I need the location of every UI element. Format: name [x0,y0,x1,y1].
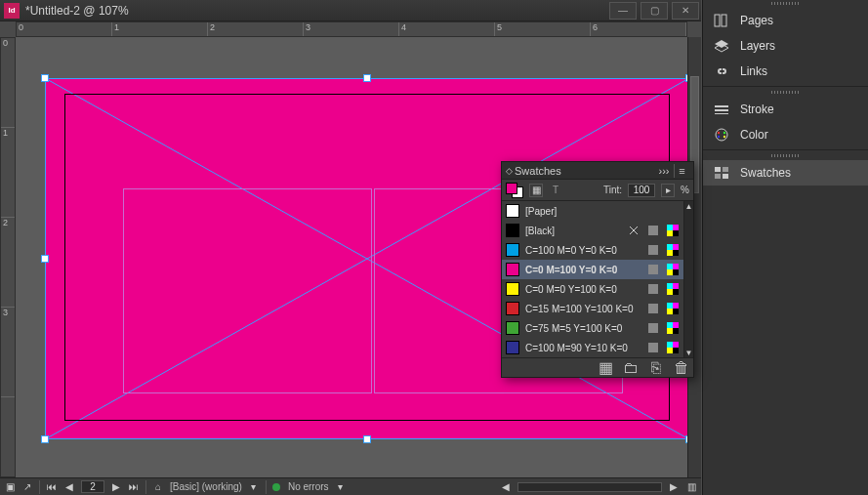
new-folder-icon[interactable]: 🗀 [623,361,639,375]
vertical-ruler[interactable]: 0123 [0,37,16,477]
preset-dropdown[interactable]: ▾ [248,481,260,493]
sel-handle-ml[interactable] [41,255,49,263]
view-split-icon[interactable]: ▥ [685,481,697,493]
svg-rect-3 [722,15,726,26]
panel-menu-icon[interactable]: ≡ [674,164,689,178]
svg-rect-21 [667,225,673,230]
panel-expand-icon[interactable]: ››› [656,164,672,178]
swatches-panel-title: Swatches [515,165,561,177]
svg-rect-22 [673,225,679,230]
swatch-label: C=0 M=100 Y=0 K=0 [525,265,641,275]
svg-rect-33 [667,269,673,275]
lock-icon [627,224,641,237]
delete-swatch-icon[interactable]: 🗑 [674,361,689,375]
color-mode-icon [646,321,660,335]
new-swatch-icon[interactable]: ⎘ [648,361,664,375]
preset-icon[interactable]: ⌂ [152,481,164,493]
svg-rect-2 [715,15,720,26]
swatch-label: [Paper] [525,206,680,217]
swatch-list[interactable]: [Paper][Black]C=100 M=0 Y=0 K=0C=0 M=100… [502,201,683,357]
svg-rect-52 [673,342,679,348]
swatch-row[interactable]: C=0 M=100 Y=0 K=0 [502,260,683,279]
titlebar[interactable]: Id *Untitled-2 @ 107% — ▢ ✕ [0,0,701,21]
hscroll-left[interactable]: ◀ [500,481,512,493]
swatch-scrollbar[interactable]: ▲ ▼ [683,201,693,357]
panel-grip[interactable] [703,0,868,8]
cmyk-icon [666,263,680,276]
last-page-button[interactable]: ⏭ [128,481,140,493]
swatch-row[interactable]: C=75 M=5 Y=100 K=0 [502,318,683,338]
tint-slider-button[interactable]: ▸ [661,184,675,197]
color-icon [713,128,730,142]
sel-handle-tl[interactable] [41,74,49,82]
svg-rect-44 [673,309,679,314]
close-button[interactable]: ✕ [672,2,699,20]
swatch-chip [506,341,519,354]
svg-rect-20 [648,226,658,235]
scroll-down-icon[interactable]: ▼ [684,348,693,357]
maximize-button[interactable]: ▢ [641,2,668,20]
panel-item-swatches[interactable]: Swatches [703,160,868,186]
swatch-label: [Black] [525,226,621,236]
minimize-button[interactable]: — [609,2,637,20]
show-options-icon[interactable]: ▦ [598,361,613,375]
fill-stroke-proxy[interactable] [506,183,523,198]
swatch-row[interactable]: [Black] [502,221,683,240]
svg-rect-36 [667,283,673,289]
swatch-row[interactable]: C=15 M=100 Y=100 K=0 [502,299,683,318]
errors-label[interactable]: No errors [288,481,329,492]
svg-point-10 [718,132,720,134]
svg-rect-17 [723,174,728,179]
color-mode-icon [646,243,660,257]
next-page-button[interactable]: ▶ [110,481,122,493]
panel-grip[interactable] [703,152,868,160]
first-page-button[interactable]: ⏮ [46,481,58,493]
tint-input[interactable] [628,184,655,197]
panel-item-stroke[interactable]: Stroke [703,97,868,122]
swatches-panel-header[interactable]: ◇ Swatches ››› ≡ [502,162,693,180]
swatches-panel[interactable]: ◇ Swatches ››› ≡ ▦ T Tint: ▸ % [Paper][B… [501,161,694,378]
svg-rect-40 [648,304,658,313]
sel-handle-bl[interactable] [41,435,49,443]
sel-handle-tm[interactable] [363,74,371,82]
swatch-row[interactable]: C=100 M=90 Y=10 K=0 [502,338,683,357]
preflight-icon[interactable]: ▣ [4,481,16,493]
sel-handle-bm[interactable] [363,435,371,443]
hscroll-right[interactable]: ▶ [668,481,680,493]
collapse-icon[interactable]: ◇ [506,166,513,176]
svg-rect-47 [673,322,679,328]
scroll-up-icon[interactable]: ▲ [684,201,693,211]
panel-item-layers[interactable]: Layers [703,33,868,59]
horizontal-ruler[interactable]: 0123456 [16,21,687,37]
errors-dropdown[interactable]: ▾ [335,481,347,493]
export-icon[interactable]: ↗ [21,481,33,493]
svg-rect-27 [673,244,679,250]
formatting-container-button[interactable]: ▦ [529,184,543,197]
horizontal-scrollbar[interactable] [517,482,662,492]
svg-rect-46 [667,322,673,328]
panel-item-pages[interactable]: Pages [703,8,868,33]
cmyk-icon [666,321,680,335]
cmyk-icon [666,224,680,237]
links-icon [713,64,730,78]
svg-rect-32 [673,264,679,269]
tint-unit: % [681,185,689,195]
swatch-row[interactable]: C=0 M=0 Y=100 K=0 [502,279,683,299]
svg-point-12 [718,136,720,138]
formatting-text-button[interactable]: T [549,184,562,197]
preset-label[interactable]: [Basic] (working) [170,481,242,492]
swatch-row[interactable]: [Paper] [502,201,683,221]
svg-rect-42 [673,303,679,309]
panel-item-links[interactable]: Links [703,59,868,84]
panel-grip[interactable] [703,89,868,97]
page-number-field[interactable]: 2 [81,480,104,493]
swatch-label: C=100 M=90 Y=10 K=0 [525,343,641,353]
prev-page-button[interactable]: ◀ [63,481,75,493]
panel-item-label: Pages [740,14,773,27]
swatch-row[interactable]: C=100 M=0 Y=0 K=0 [502,240,683,260]
color-mode-icon [646,263,660,276]
panel-item-color[interactable]: Color [703,122,868,147]
no-errors-dot [272,483,280,491]
swatches-toolbar: ▦ T Tint: ▸ % [502,180,693,201]
svg-rect-54 [673,348,679,353]
